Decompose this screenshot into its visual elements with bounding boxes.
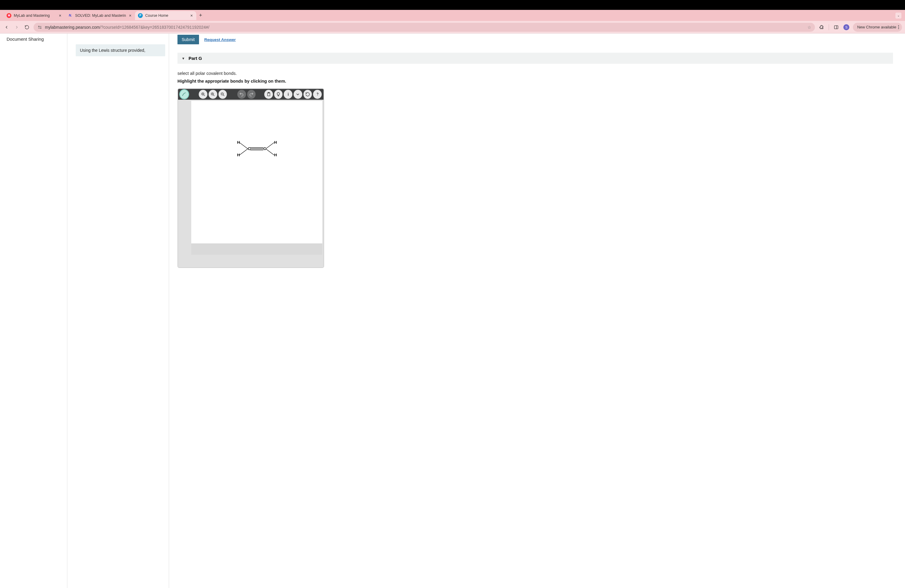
tab-solved[interactable]: N. SOLVED: MyLab and Masterin ×: [65, 11, 135, 20]
site-settings-icon[interactable]: [37, 25, 43, 30]
hint-icon[interactable]: [274, 90, 283, 99]
molecule-editor: H H C C H H: [178, 88, 324, 268]
atom-c-l[interactable]: C: [248, 146, 251, 151]
part-header[interactable]: ▼ Part G: [178, 53, 893, 64]
svg-point-18: [288, 93, 289, 94]
svg-point-2: [40, 27, 41, 29]
bond-c-h-tr[interactable]: [266, 143, 274, 149]
zoom-in-icon[interactable]: [199, 90, 207, 99]
tab-title: Course Home: [145, 13, 187, 17]
expand-icon[interactable]: [294, 90, 302, 99]
close-icon[interactable]: ×: [58, 13, 62, 18]
help-icon[interactable]: [313, 90, 322, 99]
atom-h-tl[interactable]: H: [237, 140, 240, 145]
tab-mylab[interactable]: ✻ MyLab and Mastering ×: [3, 11, 65, 20]
reset-icon[interactable]: [303, 90, 312, 99]
svg-line-7: [204, 95, 205, 96]
request-answer-link[interactable]: Request Answer: [205, 37, 236, 42]
prompt-highlight: Highlight the appropriate bonds by click…: [178, 79, 893, 84]
profile-avatar[interactable]: S: [843, 24, 849, 30]
editor-toolbar: [178, 89, 324, 100]
zoom-fit-icon[interactable]: [209, 90, 217, 99]
collapse-triangle-icon[interactable]: ▼: [182, 57, 185, 60]
atom-c-r[interactable]: C: [264, 146, 266, 151]
tab-title: MyLab and Mastering: [14, 13, 56, 17]
tab-search-icon[interactable]: ⌄: [895, 13, 902, 19]
svg-line-11: [213, 95, 214, 96]
forward-button[interactable]: [13, 24, 21, 31]
bookmark-star-icon[interactable]: ☆: [807, 25, 811, 30]
svg-point-0: [38, 26, 39, 27]
undo-icon[interactable]: [237, 90, 246, 99]
svg-point-20: [317, 95, 318, 95]
molecule-canvas[interactable]: H H C C H H: [191, 101, 322, 243]
kebab-menu-icon: [898, 25, 899, 29]
redo-icon[interactable]: [247, 90, 256, 99]
zoom-out-icon[interactable]: [219, 90, 227, 99]
bond-h-tl-c[interactable]: [240, 143, 248, 149]
paste-icon[interactable]: [264, 90, 273, 99]
prompt-select-bonds: select all polar covalent bonds.: [178, 71, 893, 76]
pearson-icon: P: [138, 13, 143, 18]
url-text: mylabmastering.pearson.com/?courseId=126…: [45, 25, 805, 30]
info-icon[interactable]: [284, 90, 292, 99]
new-tab-button[interactable]: +: [196, 11, 205, 20]
svg-rect-19: [288, 94, 289, 96]
part-label: Part G: [189, 56, 202, 61]
extensions-icon[interactable]: [818, 24, 825, 31]
numerade-icon: N.: [68, 13, 73, 18]
instruction-box: Using the Lewis structure provided,: [76, 44, 165, 56]
back-button[interactable]: [3, 24, 10, 31]
svg-line-14: [223, 95, 224, 96]
editor-side-panel: [178, 100, 190, 267]
chrome-update-label: New Chrome available: [857, 25, 896, 29]
atom-h-bl[interactable]: H: [237, 153, 240, 157]
pearson-spark-icon: ✻: [6, 13, 11, 18]
address-bar-row: mylabmastering.pearson.com/?courseId=126…: [0, 21, 905, 33]
tab-title: SOLVED: MyLab and Masterin: [75, 13, 126, 17]
tab-course-home[interactable]: P Course Home ×: [135, 11, 196, 20]
reload-button[interactable]: [23, 24, 30, 31]
address-bar[interactable]: mylabmastering.pearson.com/?courseId=126…: [33, 23, 815, 32]
svg-rect-4: [834, 25, 838, 29]
atom-h-br[interactable]: H: [274, 153, 277, 157]
sidebar-item-document-sharing[interactable]: Document Sharing: [6, 37, 67, 41]
close-icon[interactable]: ×: [129, 13, 132, 18]
highlight-tool-icon[interactable]: [180, 90, 189, 99]
bond-h-bl-c[interactable]: [240, 149, 248, 155]
submit-button[interactable]: Submit: [178, 35, 199, 44]
side-panel-icon[interactable]: [833, 24, 840, 31]
editor-status-strip: [191, 243, 322, 255]
tab-strip: ✻ MyLab and Mastering × N. SOLVED: MyLab…: [0, 10, 905, 21]
close-icon[interactable]: ×: [190, 13, 193, 18]
chrome-update-button[interactable]: New Chrome available: [853, 23, 902, 32]
atom-h-tr[interactable]: H: [274, 140, 277, 145]
bond-c-h-br[interactable]: [266, 149, 274, 155]
svg-point-12: [212, 94, 213, 94]
